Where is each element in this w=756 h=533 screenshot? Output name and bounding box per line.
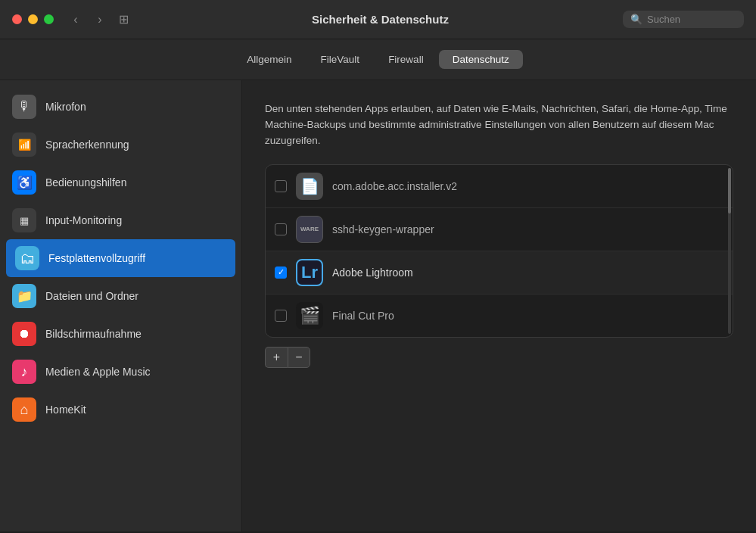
nav-buttons: ‹ ›	[66, 10, 110, 30]
scrollbar-thumb[interactable]	[728, 168, 731, 214]
minimize-button[interactable]	[28, 14, 38, 24]
sidebar-item-input-monitoring[interactable]: ▦ Input-Monitoring	[0, 201, 241, 239]
traffic-lights	[12, 14, 54, 24]
sidebar-item-medien-music[interactable]: ♪ Medien & Apple Music	[0, 353, 241, 391]
tab-datenschutz[interactable]: Datenschutz	[439, 50, 523, 69]
main-content: 🎙 Mikrofon 📶 Spracherkennung ♿ Bedienung…	[0, 80, 756, 531]
sidebar-label-festplattenvollzugriff: Festplattenvollzugriff	[48, 252, 145, 264]
input-monitoring-icon: ▦	[12, 208, 36, 232]
back-button[interactable]: ‹	[66, 10, 86, 30]
app-name-lightroom: Adobe Lightroom	[332, 266, 413, 279]
medien-music-icon: ♪	[12, 360, 36, 384]
sidebar-label-homekit: HomeKit	[45, 404, 86, 416]
sidebar-item-bildschirmaufnahme[interactable]: ⏺ Bildschirmaufnahme	[0, 315, 241, 353]
sidebar-label-medien-music: Medien & Apple Music	[45, 366, 151, 378]
tab-firewall[interactable]: Firewall	[375, 50, 437, 69]
app-checkbox-lightroom[interactable]	[275, 266, 287, 279]
forward-button[interactable]: ›	[90, 10, 110, 30]
sidebar-item-spracherkennung[interactable]: 📶 Spracherkennung	[0, 126, 241, 164]
sidebar-item-bedienungshilfen[interactable]: ♿ Bedienungshilfen	[0, 164, 241, 201]
table-row: 🎬 Final Cut Pro	[266, 295, 733, 337]
app-icon-lightroom: Lr	[296, 259, 323, 286]
search-input[interactable]	[647, 14, 730, 25]
app-name-sshd: sshd-keygen-wrapper	[332, 223, 434, 235]
homekit-icon: ⌂	[12, 397, 36, 422]
maximize-button[interactable]	[44, 14, 54, 24]
sidebar-label-bildschirmaufnahme: Bildschirmaufnahme	[45, 328, 142, 340]
description-text: Den unten stehenden Apps erlauben, auf D…	[265, 101, 733, 149]
scrollbar-track	[728, 168, 731, 334]
bottom-buttons: + −	[265, 347, 733, 368]
app-icon-finalcut: 🎬	[296, 302, 323, 329]
bedienungshilfen-icon: ♿	[12, 170, 36, 195]
sidebar-item-mikrofon[interactable]: 🎙 Mikrofon	[0, 88, 241, 126]
app-list-container: 📄 com.adobe.acc.installer.v2 WARE sshd-k…	[265, 164, 733, 338]
search-box: 🔍	[623, 11, 744, 28]
sidebar-item-homekit[interactable]: ⌂ HomeKit	[0, 391, 241, 429]
tabs-row: Allgemein FileVault Firewall Datenschutz	[0, 39, 756, 80]
table-row: WARE sshd-keygen-wrapper	[266, 208, 733, 251]
grid-icon[interactable]: ⊞	[119, 12, 129, 26]
sidebar-label-input-monitoring: Input-Monitoring	[45, 214, 122, 226]
app-icon-adobe-acc: 📄	[296, 173, 323, 200]
app-name-finalcut: Final Cut Pro	[332, 310, 394, 322]
festplattenvollzugriff-icon: 🗂	[15, 246, 39, 270]
sidebar-label-mikrofon: Mikrofon	[45, 101, 86, 113]
table-row: 📄 com.adobe.acc.installer.v2	[266, 165, 733, 208]
sidebar-label-spracherkennung: Spracherkennung	[45, 139, 129, 151]
tab-allgemein[interactable]: Allgemein	[233, 50, 305, 69]
remove-button[interactable]: −	[288, 347, 310, 368]
sidebar: 🎙 Mikrofon 📶 Spracherkennung ♿ Bedienung…	[0, 80, 242, 531]
app-checkbox-finalcut[interactable]	[275, 310, 287, 322]
right-panel: Den unten stehenden Apps erlauben, auf D…	[242, 80, 756, 531]
mikrofon-icon: 🎙	[12, 95, 36, 119]
app-checkbox-adobe-acc[interactable]	[275, 180, 287, 192]
titlebar: ‹ › ⊞ Sicherheit & Datenschutz 🔍	[0, 0, 756, 39]
tab-filevault[interactable]: FileVault	[307, 50, 374, 69]
app-checkbox-sshd[interactable]	[275, 223, 287, 235]
table-row: Lr Adobe Lightroom	[266, 251, 733, 295]
add-button[interactable]: +	[265, 347, 288, 368]
window-title: Sicherheit & Datenschutz	[138, 13, 623, 26]
sidebar-label-bedienungshilfen: Bedienungshilfen	[45, 176, 126, 189]
search-icon: 🔍	[630, 14, 642, 25]
sidebar-item-dateien-ordner[interactable]: 📁 Dateien und Ordner	[0, 277, 241, 315]
app-icon-sshd: WARE	[296, 216, 323, 243]
sidebar-label-dateien-ordner: Dateien und Ordner	[45, 290, 138, 302]
app-list-scroll[interactable]: 📄 com.adobe.acc.installer.v2 WARE sshd-k…	[266, 165, 733, 337]
dateien-ordner-icon: 📁	[12, 284, 36, 308]
bildschirmaufnahme-icon: ⏺	[12, 322, 36, 346]
spracherkennung-icon: 📶	[12, 132, 36, 157]
close-button[interactable]	[12, 14, 22, 24]
app-name-adobe-acc: com.adobe.acc.installer.v2	[332, 180, 457, 192]
sidebar-item-festplattenvollzugriff[interactable]: 🗂 Festplattenvollzugriff	[6, 239, 235, 277]
